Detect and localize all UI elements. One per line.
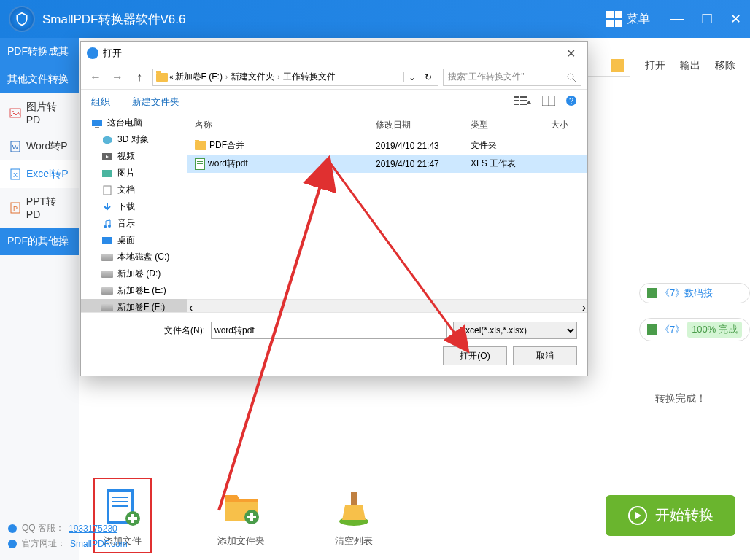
preview-pane-button[interactable] xyxy=(542,96,555,108)
file-chip-1[interactable]: 《7》数码接 xyxy=(639,283,750,303)
svg-text:X: X xyxy=(13,171,18,179)
col-date[interactable]: 修改日期 xyxy=(368,114,463,136)
svg-point-45 xyxy=(108,225,111,228)
svg-rect-23 xyxy=(351,492,357,507)
sidebar: PDF转换成其 其他文件转换 图片转PD WWord转P XExcel转P PP… xyxy=(0,38,79,560)
tree-item-music[interactable]: 音乐 xyxy=(81,215,187,232)
svg-rect-8 xyxy=(647,288,657,298)
play-icon xyxy=(627,505,648,526)
svg-text:W: W xyxy=(12,144,19,151)
tree-item-desktop[interactable]: 桌面 xyxy=(81,232,187,249)
tree-item-pc[interactable]: 这台电脑 xyxy=(81,114,187,131)
tree-item-disk-e[interactable]: 新加卷E (E:) xyxy=(81,282,187,299)
file-open-dialog: 打开 ✕ ← → ↑ « 新加卷F (F:)› 新建文件夹› 工作转换文件 ⌄ … xyxy=(80,41,588,376)
new-folder-button[interactable]: 新建文件夹 xyxy=(132,96,179,109)
tree-item-downloads[interactable]: 下载 xyxy=(81,198,187,215)
nav-back-button[interactable]: ← xyxy=(87,69,104,86)
cancel-button[interactable]: 取消 xyxy=(513,346,577,365)
xls-icon xyxy=(195,158,205,170)
sidebar-item-word[interactable]: WWord转P xyxy=(0,133,79,160)
dialog-nav: ← → ↑ « 新加卷F (F:)› 新建文件夹› 工作转换文件 ⌄ ↻ 搜索"… xyxy=(81,65,587,90)
filename-input[interactable] xyxy=(211,322,447,339)
horizontal-scrollbar[interactable]: ‹› xyxy=(188,299,587,312)
list-row[interactable]: PDF合并 2019/4/10 21:43 文件夹 xyxy=(188,136,587,155)
dialog-icon xyxy=(87,47,98,59)
footer-info: QQ 客服：1933175230 官方网址：SmallPDF.com xyxy=(7,522,128,553)
tree-item-disk-c[interactable]: 本地磁盘 (C:) xyxy=(81,249,187,265)
tree-item-disk-f[interactable]: 新加卷F (F:) xyxy=(81,299,187,312)
col-size[interactable]: 大小 xyxy=(544,114,587,136)
add-folder-button[interactable]: 添加文件夹 xyxy=(217,483,265,548)
excel-icon xyxy=(647,324,657,335)
minimize-button[interactable]: ― xyxy=(670,11,684,27)
clear-list-button[interactable]: 清空列表 xyxy=(330,483,377,548)
dialog-search-input[interactable]: 搜索"工作转换文件" xyxy=(443,69,581,86)
clear-icon xyxy=(330,483,377,530)
breadcrumb-item[interactable]: 新建文件夹 xyxy=(231,71,274,83)
picture-icon xyxy=(101,168,113,179)
download-icon xyxy=(101,202,113,212)
tree-item-video[interactable]: 视频 xyxy=(81,148,187,165)
desktop-icon xyxy=(101,236,113,246)
dialog-footer: 文件名(N): Excel(*.xls,*.xlsx) 打开(O) 取消 xyxy=(81,312,587,376)
word-icon: W xyxy=(9,140,22,153)
svg-rect-39 xyxy=(92,120,102,126)
excel-icon xyxy=(647,288,657,298)
breadcrumb-item[interactable]: 新加卷F (F:) xyxy=(175,71,223,83)
menu-button[interactable]: 菜单 xyxy=(600,8,656,30)
category-other-to-pdf[interactable]: 其他文件转换 xyxy=(0,66,79,93)
dialog-file-list: 名称 修改日期 类型 大小 PDF合并 2019/4/10 21:43 文件夹 … xyxy=(188,114,587,312)
site-link[interactable]: SmallPDF.com xyxy=(70,539,128,549)
image-icon xyxy=(9,106,22,120)
open-button[interactable]: 打开(O) xyxy=(443,346,507,365)
progress-text: 100% xyxy=(692,324,716,335)
tree-item-pictures[interactable]: 图片 xyxy=(81,165,187,182)
svg-point-44 xyxy=(104,225,107,228)
tree-item-3d[interactable]: 3D 对象 xyxy=(81,131,187,148)
help-button[interactable]: ? xyxy=(565,95,577,109)
svg-text:?: ? xyxy=(569,96,573,105)
dialog-close-button[interactable]: ✕ xyxy=(560,47,581,61)
app-logo-icon xyxy=(9,6,35,32)
sidebar-label: Word转P xyxy=(26,140,68,153)
disk-icon xyxy=(101,287,113,295)
svg-text:P: P xyxy=(13,205,18,212)
tree-item-documents[interactable]: 文档 xyxy=(81,182,187,198)
nav-up-button[interactable]: ↑ xyxy=(131,69,148,86)
breadcrumb-dropdown[interactable]: ⌄ xyxy=(403,72,420,82)
breadcrumb[interactable]: « 新加卷F (F:)› 新建文件夹› 工作转换文件 ⌄ ↻ xyxy=(152,69,438,86)
sidebar-item-image[interactable]: 图片转PD xyxy=(0,93,79,133)
breadcrumb-item[interactable]: 工作转换文件 xyxy=(283,71,336,83)
category-pdf-to-other[interactable]: PDF转换成其 xyxy=(0,38,79,66)
close-button[interactable]: ✕ xyxy=(730,11,741,27)
sidebar-item-excel[interactable]: XExcel转P xyxy=(0,160,79,188)
file-chip-2[interactable]: 《7》100% 完成 xyxy=(639,318,750,341)
category-pdf-other-ops[interactable]: PDF的其他操 xyxy=(0,228,79,255)
maximize-button[interactable]: ☐ xyxy=(701,11,713,27)
start-convert-button[interactable]: 开始转换 xyxy=(606,495,735,536)
app-title: SmallPDF转换器软件V6.6 xyxy=(42,11,600,28)
refresh-icon[interactable]: ↻ xyxy=(422,72,435,82)
sidebar-label: PPT转PD xyxy=(26,195,70,220)
dialog-tree[interactable]: 这台电脑 3D 对象 视频 图片 文档 下载 音乐 桌面 本地磁盘 (C:) 新… xyxy=(81,114,188,312)
sidebar-item-ppt[interactable]: PPPT转PD xyxy=(0,188,79,228)
site-label: 官方网址： xyxy=(22,537,66,550)
file-filter-select[interactable]: Excel(*.xls,*.xlsx) xyxy=(453,322,577,339)
col-type[interactable]: 类型 xyxy=(463,114,544,136)
qq-link[interactable]: 1933175230 xyxy=(69,524,117,534)
list-header[interactable]: 名称 修改日期 类型 大小 xyxy=(188,114,587,136)
nav-forward-button[interactable]: → xyxy=(109,69,126,86)
view-mode-button[interactable] xyxy=(514,96,532,108)
list-row[interactable]: word转pdf 2019/4/10 21:47 XLS 工作表 xyxy=(188,155,587,173)
action-output[interactable]: 输出 xyxy=(680,59,700,72)
music-icon xyxy=(101,219,113,229)
svg-point-26 xyxy=(8,540,17,548)
action-remove[interactable]: 移除 xyxy=(715,59,735,72)
tree-item-disk-d[interactable]: 新加卷 (D:) xyxy=(81,265,187,282)
svg-line-28 xyxy=(573,79,576,82)
col-name[interactable]: 名称 xyxy=(188,114,368,136)
organize-menu[interactable]: 组织 xyxy=(91,96,110,109)
start-label: 开始转换 xyxy=(655,505,714,525)
action-open[interactable]: 打开 xyxy=(645,59,665,72)
browse-icon[interactable] xyxy=(611,59,624,72)
